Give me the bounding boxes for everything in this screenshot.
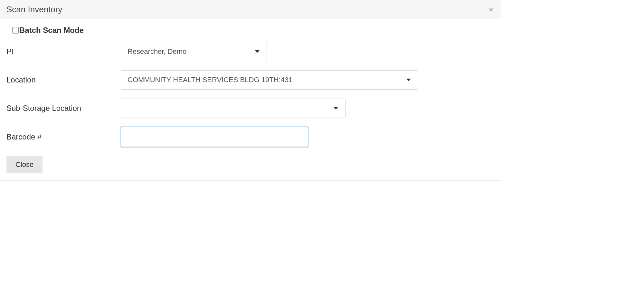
location-select-value: COMMUNITY HEALTH SERVICES BLDG 19TH:431 <box>128 76 292 84</box>
chevron-down-icon <box>334 107 338 110</box>
dialog-title: Scan Inventory <box>6 5 62 14</box>
batch-scan-checkbox[interactable] <box>12 27 19 34</box>
location-row: Location COMMUNITY HEALTH SERVICES BLDG … <box>6 70 495 90</box>
location-select[interactable]: COMMUNITY HEALTH SERVICES BLDG 19TH:431 <box>121 70 418 90</box>
close-icon[interactable]: × <box>488 6 495 14</box>
sub-storage-select[interactable] <box>121 99 346 118</box>
barcode-input[interactable] <box>121 127 308 147</box>
batch-scan-row: Batch Scan Mode <box>12 26 495 35</box>
pi-row: PI Researcher, Demo <box>6 42 495 61</box>
sub-storage-row: Sub-Storage Location <box>6 99 495 118</box>
sub-storage-label: Sub-Storage Location <box>6 104 121 113</box>
chevron-down-icon <box>255 50 260 53</box>
location-label: Location <box>6 75 121 84</box>
scan-inventory-dialog: Scan Inventory × Batch Scan Mode PI Rese… <box>0 0 501 181</box>
close-button[interactable]: Close <box>6 156 43 173</box>
barcode-row: Barcode # <box>6 127 495 147</box>
dialog-body: Batch Scan Mode PI Researcher, Demo Loca… <box>0 19 501 180</box>
barcode-label: Barcode # <box>6 132 121 141</box>
batch-scan-label: Batch Scan Mode <box>19 26 84 35</box>
chevron-down-icon <box>406 79 411 81</box>
pi-select-value: Researcher, Demo <box>128 47 186 56</box>
dialog-header: Scan Inventory × <box>0 0 501 19</box>
pi-select[interactable]: Researcher, Demo <box>121 42 267 61</box>
dialog-footer: Close <box>6 156 495 173</box>
pi-label: PI <box>6 47 121 56</box>
